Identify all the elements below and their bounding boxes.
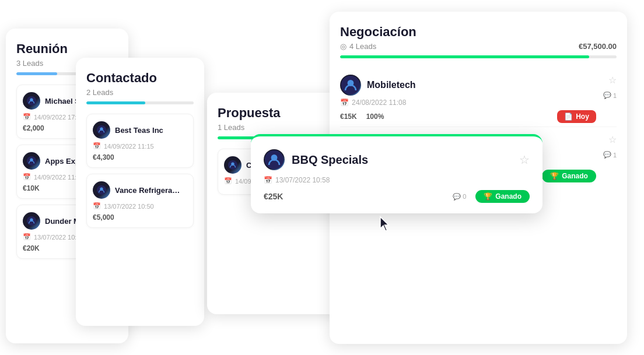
badge-ganado-rain: 🏆 Ganado <box>542 170 596 182</box>
document-icon-hoy: 📄 <box>564 113 573 121</box>
lead-avatar-vance <box>93 181 110 199</box>
col-title-negociacion: Negociacíon <box>340 24 617 40</box>
lead-price-bestteas: €4,300 <box>93 153 187 161</box>
calendar-icon-vance: 📅 <box>93 202 101 210</box>
calendar-icon-michael: 📅 <box>23 113 31 121</box>
calendar-icon-mobiletech: 📅 <box>340 99 349 107</box>
neg-header-row: ◎ 4 Leads €57,500.00 <box>340 42 617 51</box>
svg-point-9 <box>100 188 103 191</box>
chat-icon-bbq: 💬 <box>453 193 461 201</box>
column-contactado: Contactado 2 Leads Best Teas Inc 📅 14/09… <box>76 58 204 326</box>
kanban-board: Reunión 3 Leads Michael Scott Paper 📅 14… <box>0 0 644 355</box>
neg-leads-label: ◎ 4 Leads <box>340 42 376 51</box>
lead-price-vance: €5,000 <box>93 213 187 222</box>
bbq-name: BBQ Specials <box>292 153 368 167</box>
svg-point-13 <box>348 80 354 86</box>
neg-pct-mobiletech: 100% <box>366 113 384 121</box>
calendar-icon-apps: 📅 <box>23 173 31 181</box>
chat-icon-rain: 💬 <box>603 151 611 159</box>
col-subtitle-contactado: 2 Leads <box>86 88 194 97</box>
lead-date-bestteas: 📅 14/09/2022 11:15 <box>93 142 187 150</box>
neg-lead-info-mobiletech: Mobiletech 📅 24/08/2022 11:08 €15K 100% … <box>340 75 596 123</box>
calendar-icon-bestteas: 📅 <box>93 142 101 150</box>
svg-point-3 <box>30 159 33 161</box>
progress-bg-neg <box>340 55 617 58</box>
calendar-icon-dunder: 📅 <box>23 233 31 241</box>
svg-point-5 <box>30 219 33 222</box>
lead-avatar-michael <box>23 92 40 110</box>
neg-lead-name-mobiletech: Mobiletech <box>367 80 416 90</box>
svg-point-1 <box>30 99 33 101</box>
lead-row-mobiletech[interactable]: Mobiletech 📅 24/08/2022 11:08 €15K 100% … <box>340 68 617 127</box>
neg-total-amount: €57,500.00 <box>579 42 617 51</box>
progress-bg-contactado <box>86 101 194 104</box>
neg-price-mobiletech: €15K <box>340 113 357 121</box>
star-icon-bbq[interactable]: ☆ <box>519 153 530 167</box>
progress-fill-contactado <box>86 101 145 104</box>
bbq-date: 📅 13/07/2022 10:58 <box>264 176 530 184</box>
chat-icon-mobiletech: 💬 <box>603 92 611 99</box>
col-title-contactado: Contactado <box>86 71 194 86</box>
neg-avatar-mobiletech <box>340 75 361 96</box>
bbq-price: €25K <box>264 192 283 201</box>
col-subtitle-propuesta: 1 Leads <box>218 123 331 132</box>
svg-point-17 <box>271 154 278 161</box>
trophy-icon-rain: 🏆 <box>550 172 559 180</box>
lead-avatar-cafedisco <box>224 156 242 174</box>
bbq-avatar <box>264 149 285 170</box>
neg-lead-date-mobiletech: 📅 24/08/2022 11:08 <box>340 99 596 107</box>
lead-avatar-dunder <box>23 212 40 230</box>
lead-avatar-apps <box>23 152 40 170</box>
bbq-overlay-card[interactable]: BBQ Specials ☆ 📅 13/07/2022 10:58 €25K 💬… <box>251 134 542 213</box>
calendar-icon-cafedisco: 📅 <box>224 177 232 185</box>
leads-bullet-icon: ◎ <box>340 42 346 51</box>
svg-point-7 <box>100 128 103 131</box>
badge-ganado-bbq: 🏆 Ganado <box>475 190 530 203</box>
lead-card-bestteas[interactable]: Best Teas Inc 📅 14/09/2022 11:15 €4,300 <box>86 114 194 168</box>
neg-lead-footer-mobiletech: €15K 100% 📄 Hoy <box>340 110 596 123</box>
lead-avatar-bestteas <box>93 121 110 139</box>
chat-badge-bbq: 💬 0 <box>453 193 466 201</box>
col-title-propuesta: Propuesta <box>218 106 331 121</box>
badge-hoy-mobiletech: 📄 Hoy <box>557 110 596 123</box>
star-icon-rain[interactable]: ☆ <box>608 134 617 145</box>
chat-badge-mobiletech: 💬 1 <box>603 92 617 99</box>
progress-fill-neg <box>340 55 589 58</box>
lead-date-vance: 📅 13/07/2022 10:50 <box>93 202 187 210</box>
col-title-reunion: Reunión <box>16 41 118 57</box>
progress-fill-reunion <box>16 72 57 75</box>
trophy-icon-bbq: 🏆 <box>484 192 492 201</box>
svg-point-11 <box>231 163 234 166</box>
lead-name-vance: Vance Refrigera… <box>115 186 180 195</box>
lead-card-vance[interactable]: Vance Refrigera… 📅 13/07/2022 10:50 €5,0… <box>86 174 194 228</box>
lead-name-bestteas: Best Teas Inc <box>115 126 163 135</box>
chat-badge-rain: 💬 1 <box>603 151 617 159</box>
star-icon-mobiletech[interactable]: ☆ <box>608 75 617 86</box>
calendar-icon-bbq: 📅 <box>264 176 272 184</box>
